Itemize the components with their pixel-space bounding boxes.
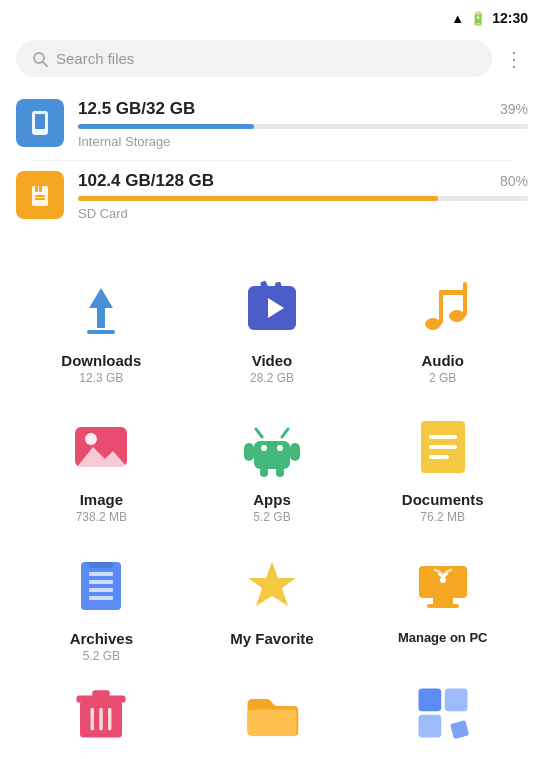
search-bar[interactable]: Search files bbox=[16, 40, 492, 77]
svg-rect-53 bbox=[108, 708, 112, 731]
sdcard-storage-bar-fill bbox=[78, 196, 438, 201]
sdcard-storage-icon bbox=[16, 171, 64, 219]
internal-storage-info: 12.5 GB/32 GB 39% Internal Storage bbox=[78, 99, 528, 150]
battery-icon: 🔋 bbox=[470, 11, 486, 26]
category-downloads[interactable]: Downloads 12.3 GB bbox=[16, 260, 187, 391]
internal-storage-icon bbox=[16, 99, 64, 147]
svg-line-1 bbox=[43, 62, 47, 66]
myfavorite-label: My Favorite bbox=[230, 630, 313, 647]
svg-rect-54 bbox=[247, 710, 296, 736]
svg-rect-19 bbox=[463, 282, 467, 316]
svg-rect-11 bbox=[87, 330, 115, 334]
svg-rect-38 bbox=[89, 562, 113, 568]
svg-line-25 bbox=[256, 429, 262, 437]
category-myfavorite[interactable]: My Favorite bbox=[187, 538, 358, 669]
svg-rect-20 bbox=[439, 290, 467, 295]
more-options-button[interactable]: ⋮ bbox=[500, 45, 528, 73]
category-image[interactable]: Image 738.2 MB bbox=[16, 399, 187, 530]
category-folder[interactable] bbox=[187, 673, 358, 755]
svg-rect-9 bbox=[35, 198, 45, 200]
svg-rect-39 bbox=[89, 572, 113, 576]
manageonpc-icon bbox=[407, 550, 479, 622]
svg-rect-56 bbox=[444, 689, 467, 712]
download-icon bbox=[65, 272, 137, 344]
downloads-size: 12.3 GB bbox=[79, 371, 123, 385]
svg-point-17 bbox=[449, 310, 465, 322]
svg-point-16 bbox=[425, 318, 441, 330]
svg-rect-35 bbox=[429, 445, 457, 449]
svg-point-28 bbox=[277, 445, 283, 451]
internal-storage-bar-fill bbox=[78, 124, 254, 129]
sdcard-storage-card[interactable]: 102.4 GB/128 GB 80% SD Card bbox=[16, 161, 528, 232]
storage-section: 12.5 GB/32 GB 39% Internal Storage 102.4 bbox=[0, 85, 544, 240]
downloads-label: Downloads bbox=[61, 352, 141, 369]
sdcard-storage-bar-bg bbox=[78, 196, 528, 201]
category-video[interactable]: Video 28.2 GB bbox=[187, 260, 358, 391]
folder-icon bbox=[236, 685, 308, 741]
svg-marker-10 bbox=[89, 288, 113, 328]
search-placeholder: Search files bbox=[56, 50, 134, 67]
svg-rect-36 bbox=[429, 455, 449, 459]
svg-rect-32 bbox=[276, 467, 284, 477]
bottom-row bbox=[0, 669, 544, 755]
category-documents[interactable]: Documents 76.2 MB bbox=[357, 399, 528, 530]
svg-rect-34 bbox=[429, 435, 457, 439]
video-label: Video bbox=[252, 352, 293, 369]
svg-rect-57 bbox=[418, 715, 441, 738]
sdcard-storage-label: SD Card bbox=[78, 206, 128, 221]
svg-point-22 bbox=[85, 433, 97, 445]
svg-rect-58 bbox=[450, 720, 469, 739]
manageonpc-label: Manage on PC bbox=[398, 630, 488, 645]
audio-size: 2 GB bbox=[429, 371, 456, 385]
archives-label: Archives bbox=[70, 630, 133, 647]
search-icon bbox=[32, 51, 48, 67]
internal-storage-size: 12.5 GB/32 GB bbox=[78, 99, 195, 119]
svg-rect-40 bbox=[89, 580, 113, 584]
image-label: Image bbox=[80, 491, 123, 508]
svg-rect-7 bbox=[39, 186, 42, 192]
documents-label: Documents bbox=[402, 491, 484, 508]
svg-point-47 bbox=[440, 577, 446, 583]
favorite-icon bbox=[236, 550, 308, 622]
svg-point-4 bbox=[39, 130, 42, 133]
svg-rect-50 bbox=[93, 690, 111, 697]
internal-storage-bar-bg bbox=[78, 124, 528, 129]
category-audio[interactable]: Audio 2 GB bbox=[357, 260, 528, 391]
svg-marker-43 bbox=[248, 562, 296, 606]
documents-size: 76.2 MB bbox=[420, 510, 465, 524]
sdcard-storage-percent: 80% bbox=[500, 173, 528, 189]
svg-rect-46 bbox=[427, 604, 459, 608]
category-trash[interactable] bbox=[16, 673, 187, 755]
svg-rect-8 bbox=[35, 195, 45, 197]
internal-storage-label: Internal Storage bbox=[78, 134, 171, 149]
category-manageonpc[interactable]: Manage on PC bbox=[357, 538, 528, 669]
trash-icon bbox=[65, 685, 137, 741]
svg-rect-6 bbox=[35, 186, 38, 192]
internal-storage-percent: 39% bbox=[500, 101, 528, 117]
svg-rect-31 bbox=[260, 467, 268, 477]
svg-point-27 bbox=[261, 445, 267, 451]
svg-rect-18 bbox=[439, 290, 443, 324]
image-size: 738.2 MB bbox=[76, 510, 127, 524]
audio-icon bbox=[407, 272, 479, 344]
apps-size: 5.2 GB bbox=[253, 510, 290, 524]
category-archives[interactable]: Archives 5.2 GB bbox=[16, 538, 187, 669]
svg-rect-3 bbox=[35, 114, 45, 129]
category-apps[interactable]: Apps 5.2 GB bbox=[187, 399, 358, 530]
internal-storage-card[interactable]: 12.5 GB/32 GB 39% Internal Storage bbox=[16, 89, 528, 160]
archives-icon bbox=[65, 550, 137, 622]
svg-rect-42 bbox=[89, 596, 113, 600]
svg-rect-24 bbox=[254, 441, 290, 469]
sdcard-storage-size: 102.4 GB/128 GB bbox=[78, 171, 214, 191]
more-icon bbox=[407, 685, 479, 741]
video-icon bbox=[236, 272, 308, 344]
apps-icon bbox=[236, 411, 308, 483]
video-size: 28.2 GB bbox=[250, 371, 294, 385]
svg-rect-51 bbox=[91, 708, 95, 731]
svg-rect-52 bbox=[100, 708, 104, 731]
status-bar: ▲ 🔋 12:30 bbox=[0, 0, 544, 32]
svg-rect-41 bbox=[89, 588, 113, 592]
category-more[interactable] bbox=[357, 673, 528, 755]
svg-rect-29 bbox=[244, 443, 254, 461]
svg-rect-30 bbox=[290, 443, 300, 461]
